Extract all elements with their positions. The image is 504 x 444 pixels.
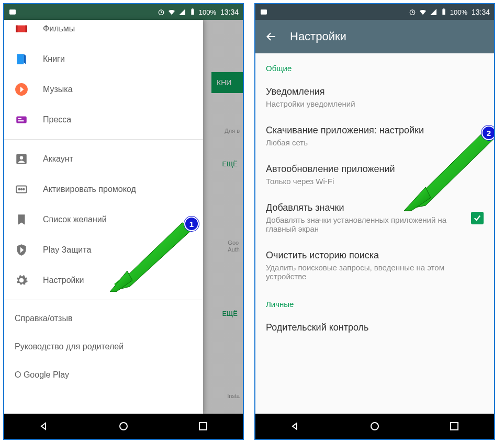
drawer-footer-parent-guide[interactable]: Руководство для родителей — [4, 333, 203, 361]
drawer-item-wishlist[interactable]: Список желаний — [4, 204, 203, 235]
notification-icon — [260, 8, 268, 16]
svg-point-14 — [19, 189, 20, 190]
setting-title: Добавлять значки — [266, 202, 484, 213]
settings-list[interactable]: Общие Уведомления Настройки уведомлений … — [255, 53, 494, 414]
drawer-item-label: Активировать промокод — [43, 185, 136, 194]
setting-title: Родительский контроль — [266, 322, 484, 333]
nav-back-button[interactable] — [38, 420, 50, 432]
svg-point-21 — [120, 423, 127, 430]
gear-icon — [15, 274, 28, 287]
svg-rect-5 — [16, 26, 17, 32]
status-bar: 100% 13:34 — [255, 4, 494, 20]
svg-rect-2 — [191, 9, 194, 15]
android-nav-bar — [255, 414, 494, 439]
battery-percent: 100% — [199, 8, 216, 16]
svg-rect-8 — [16, 117, 27, 123]
setting-parental-control[interactable]: Родительский контроль — [255, 314, 494, 341]
drawer-footer-about[interactable]: О Google Play — [4, 361, 203, 389]
nav-home-button[interactable] — [117, 420, 130, 432]
setting-add-icons[interactable]: Добавлять значки Добавлять значки устано… — [255, 194, 494, 242]
setting-subtitle: Только через Wi-Fi — [266, 177, 484, 186]
setting-auto-update[interactable]: Автообновление приложений Только через W… — [255, 155, 494, 194]
nav-recent-button[interactable] — [448, 420, 461, 432]
battery-percent: 100% — [450, 8, 467, 16]
svg-point-12 — [20, 156, 24, 160]
setting-title: Автообновление приложений — [266, 164, 484, 175]
navigation-drawer: Фильмы Книги Музыка Пресса — [4, 20, 203, 414]
drawer-item-films[interactable]: Фильмы — [4, 20, 203, 44]
drawer-item-press[interactable]: Пресса — [4, 105, 203, 135]
nav-recent-button[interactable] — [197, 420, 209, 432]
setting-subtitle: Настройки уведомлений — [266, 99, 484, 108]
svg-point-16 — [23, 189, 24, 190]
wifi-icon — [167, 8, 176, 16]
clock: 13:34 — [220, 8, 239, 16]
checkbox-checked-icon[interactable] — [471, 212, 484, 224]
svg-point-15 — [21, 189, 22, 190]
alarm-icon — [157, 8, 165, 16]
screenshot-1: 100% 13:34 КНИ Для в ЕЩЁ GooAuth ЕЩЁ Ins… — [3, 3, 244, 440]
setting-clear-history[interactable]: Очистить историю поиска Удалить поисковы… — [255, 242, 494, 289]
wifi-icon — [419, 8, 427, 16]
section-header-personal: Личные — [255, 289, 494, 314]
book-icon — [15, 52, 28, 66]
setting-notifications[interactable]: Уведомления Настройки уведомлений — [255, 78, 494, 117]
nav-home-button[interactable] — [368, 420, 381, 432]
back-button[interactable] — [265, 30, 277, 43]
svg-rect-6 — [26, 26, 27, 32]
drawer-item-label: Список желаний — [43, 215, 107, 224]
battery-icon — [440, 8, 448, 16]
section-header-general: Общие — [255, 53, 494, 78]
signal-icon — [429, 8, 438, 16]
svg-rect-3 — [192, 8, 193, 9]
drawer-item-label: Аккаунт — [43, 154, 73, 164]
redeem-icon — [15, 183, 28, 196]
shield-icon — [15, 243, 28, 257]
svg-rect-22 — [199, 423, 207, 430]
divider — [4, 139, 203, 140]
android-nav-bar — [4, 414, 243, 439]
setting-subtitle: Добавлять значки установленных приложени… — [266, 215, 484, 233]
drawer-item-label: Пресса — [43, 115, 71, 124]
svg-rect-26 — [443, 8, 444, 9]
film-icon — [15, 22, 28, 36]
drawer-item-label: Музыка — [43, 85, 73, 94]
setting-download-pref[interactable]: Скачивание приложения: настройки Любая с… — [255, 117, 494, 155]
drawer-item-label: Фильмы — [43, 24, 75, 33]
drawer-item-protect[interactable]: Play Защита — [4, 235, 203, 265]
svg-rect-30 — [451, 423, 458, 430]
svg-rect-9 — [18, 118, 22, 119]
setting-subtitle: Удалить поисковые запросы, введенные на … — [266, 263, 484, 281]
nav-back-button[interactable] — [289, 420, 301, 432]
newsstand-icon — [15, 113, 28, 127]
status-bar: 100% 13:34 — [4, 4, 243, 20]
setting-subtitle: Любая сеть — [266, 138, 484, 147]
app-bar: Настройки — [255, 20, 494, 53]
drawer-item-account[interactable]: Аккаунт — [4, 144, 203, 174]
svg-rect-23 — [261, 9, 267, 14]
drawer-item-music[interactable]: Музыка — [4, 74, 203, 105]
svg-rect-0 — [9, 9, 16, 14]
signal-icon — [178, 8, 186, 16]
alarm-icon — [408, 8, 417, 16]
clock: 13:34 — [472, 8, 490, 16]
setting-title: Скачивание приложения: настройки — [266, 125, 484, 136]
drawer-footer-help[interactable]: Справка/отзыв — [4, 304, 203, 333]
screenshot-2: 100% 13:34 Настройки Общие Уведомления Н… — [254, 3, 495, 440]
drawer-item-settings[interactable]: Настройки — [4, 265, 203, 295]
setting-title: Очистить историю поиска — [266, 250, 484, 261]
drawer-item-books[interactable]: Книги — [4, 44, 203, 74]
drawer-item-label: Книги — [43, 54, 65, 64]
battery-icon — [188, 8, 197, 16]
app-bar-title: Настройки — [290, 30, 346, 43]
drawer-item-promo[interactable]: Активировать промокод — [4, 174, 203, 204]
account-icon — [15, 152, 28, 166]
notification-icon — [8, 8, 17, 16]
drawer-item-label: Настройки — [43, 276, 84, 285]
svg-rect-10 — [18, 120, 24, 121]
divider — [4, 300, 203, 300]
bookmark-icon — [15, 213, 28, 226]
setting-title: Уведомления — [266, 86, 484, 97]
svg-rect-25 — [442, 9, 445, 15]
music-icon — [15, 83, 28, 96]
